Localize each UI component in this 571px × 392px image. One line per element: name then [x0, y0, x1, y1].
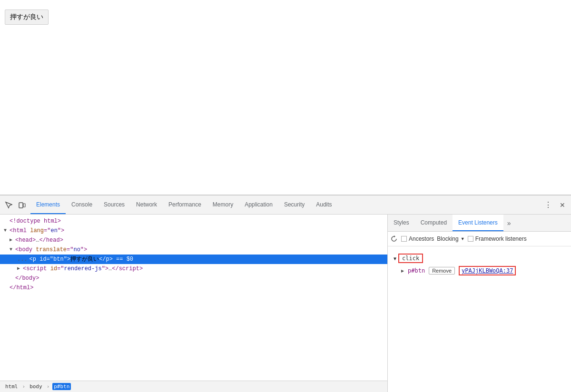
svg-rect-0: [19, 203, 23, 208]
close-devtools-icon[interactable]: ✕: [556, 198, 569, 212]
event-source-link[interactable]: yPAJjKLBWoQA:37: [459, 266, 516, 275]
rp-tab-event-listeners[interactable]: Event Listeners: [453, 215, 503, 231]
ancestors-checkbox-label[interactable]: Ancestors: [401, 235, 434, 242]
html-line-html[interactable]: ▼ <html lang =" en ">: [0, 226, 387, 235]
click-event-row: ▶ p#btn Remove yPAJjKLBWoQA:37: [392, 265, 567, 277]
device-mode-icon[interactable]: [15, 198, 29, 212]
elements-panel: <!doctype html> ▼ <html lang =" en "> ▶ …: [0, 215, 388, 392]
html-line-html-close: </html>: [0, 283, 387, 293]
html-line-doctype: <!doctype html>: [0, 216, 387, 226]
refresh-event-listeners-icon[interactable]: [390, 235, 398, 243]
breadcrumb-sep-2: ›: [47, 383, 50, 390]
devtools-tabs: Elements Console Sources Network Perform…: [30, 196, 541, 214]
expand-icon[interactable]: ▼: [4, 226, 10, 235]
expand-icon[interactable]: ▼: [10, 245, 15, 254]
devtools: Elements Console Sources Network Perform…: [0, 195, 571, 392]
more-options-icon[interactable]: ⋮: [541, 198, 555, 212]
elements-content[interactable]: <!doctype html> ▼ <html lang =" en "> ▶ …: [0, 215, 387, 381]
tab-performance[interactable]: Performance: [163, 196, 207, 214]
devtools-toolbar-right: ⋮ ✕: [541, 198, 569, 212]
page-button[interactable]: 押すが良い: [5, 10, 49, 25]
right-panel-content: ▼ click ▶ p#btn Remove yPAJjKLBWoQA:37: [388, 246, 571, 392]
breadcrumb-body[interactable]: body: [28, 383, 44, 390]
html-line-body[interactable]: ▼ <body translate =" no ">: [0, 245, 387, 255]
click-event-label: click: [398, 254, 423, 263]
three-dots[interactable]: ...: [17, 255, 28, 264]
html-line-body-close: </body>: [0, 274, 387, 283]
expand-icon: [10, 274, 15, 283]
devtools-toolbar: Elements Console Sources Network Perform…: [0, 196, 571, 215]
tab-console[interactable]: Console: [66, 196, 98, 214]
html-line-script[interactable]: ▶ <script id =" rendered-js "> … </scrip…: [0, 264, 387, 274]
framework-listeners-checkbox[interactable]: [468, 236, 473, 242]
expand-icon[interactable]: ▶: [10, 236, 15, 245]
tab-sources[interactable]: Sources: [98, 196, 130, 214]
click-event-section: ▼ click ▶ p#btn Remove yPAJjKLBWoQA:37: [392, 252, 567, 277]
tab-security[interactable]: Security: [278, 196, 310, 214]
right-panel: Styles Computed Event Listeners »: [388, 215, 571, 392]
event-element: p#btn: [408, 267, 425, 274]
breadcrumb: html › body › p#btn: [0, 381, 387, 392]
html-line-p-btn[interactable]: ... <p id =" btn "> 押すが良い </p> == $0: [0, 255, 387, 264]
tab-application[interactable]: Application: [239, 196, 278, 214]
click-event-header[interactable]: ▼ click: [392, 252, 567, 265]
page-viewport: 押すが良い: [0, 0, 571, 195]
remove-listener-button[interactable]: Remove: [429, 267, 455, 274]
click-event-triangle[interactable]: ▼: [394, 256, 396, 261]
expand-icon: [4, 217, 10, 225]
rp-tab-more-icon[interactable]: »: [503, 215, 515, 231]
devtools-main: <!doctype html> ▼ <html lang =" en "> ▶ …: [0, 215, 571, 392]
right-panel-tabs: Styles Computed Event Listeners »: [388, 215, 571, 232]
html-line-head[interactable]: ▶ <head> … </head>: [0, 235, 387, 245]
blocking-dropdown[interactable]: Blocking ▼: [437, 235, 464, 242]
tab-elements[interactable]: Elements: [30, 196, 66, 214]
rp-tab-styles[interactable]: Styles: [388, 215, 415, 231]
event-listeners-toolbar: Ancestors Blocking ▼ Framework listeners: [388, 232, 571, 246]
breadcrumb-html[interactable]: html: [4, 383, 20, 390]
breadcrumb-p-btn[interactable]: p#btn: [52, 383, 71, 390]
ancestors-checkbox[interactable]: [401, 236, 407, 242]
tab-audits[interactable]: Audits: [310, 196, 337, 214]
rp-tab-computed[interactable]: Computed: [415, 215, 453, 231]
svg-rect-1: [23, 204, 25, 207]
framework-listeners-label[interactable]: Framework listeners: [468, 235, 527, 242]
select-element-icon[interactable]: [2, 198, 15, 212]
expand-icon[interactable]: ▶: [17, 265, 23, 273]
tab-network[interactable]: Network: [130, 196, 163, 214]
expand-icon: [4, 284, 10, 292]
tab-memory[interactable]: Memory: [207, 196, 239, 214]
blocking-dropdown-icon: ▼: [461, 236, 465, 241]
breadcrumb-sep-1: ›: [22, 383, 26, 390]
event-row-triangle[interactable]: ▶: [401, 269, 404, 273]
